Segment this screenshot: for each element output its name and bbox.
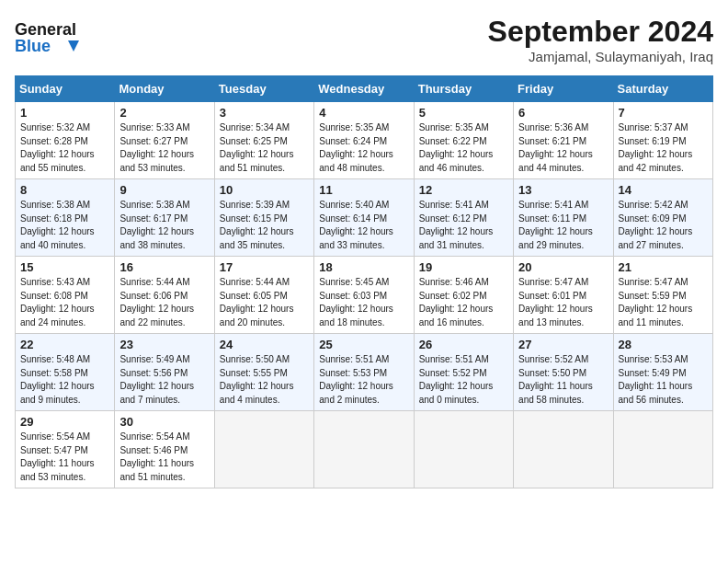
day-number: 16 xyxy=(119,260,209,274)
day-number: 21 xyxy=(619,260,708,274)
day-number: 29 xyxy=(20,415,109,429)
table-row: 23Sunrise: 5:49 AMSunset: 5:56 PMDayligh… xyxy=(115,334,214,411)
day-number: 25 xyxy=(319,338,408,351)
table-row: 27Sunrise: 5:52 AMSunset: 5:50 PMDayligh… xyxy=(514,334,613,411)
calendar-week-row: 15Sunrise: 5:43 AMSunset: 6:08 PMDayligh… xyxy=(16,257,713,334)
day-number: 9 xyxy=(119,183,209,197)
day-number: 7 xyxy=(619,106,708,120)
table-row: 24Sunrise: 5:50 AMSunset: 5:55 PMDayligh… xyxy=(214,334,313,411)
day-info: Sunrise: 5:39 AMSunset: 6:15 PMDaylight:… xyxy=(220,199,309,252)
day-number: 13 xyxy=(518,183,608,197)
day-number: 28 xyxy=(619,338,708,351)
day-number: 1 xyxy=(20,106,109,120)
col-sunday: Sunday xyxy=(16,76,115,102)
col-friday: Friday xyxy=(514,76,613,102)
day-info: Sunrise: 5:53 AMSunset: 5:49 PMDaylight:… xyxy=(619,353,708,407)
table-row: 20Sunrise: 5:47 AMSunset: 6:01 PMDayligh… xyxy=(514,257,613,334)
table-row: 14Sunrise: 5:42 AMSunset: 6:09 PMDayligh… xyxy=(613,179,712,257)
day-number: 23 xyxy=(119,338,209,351)
table-row: 2Sunrise: 5:33 AMSunset: 6:27 PMDaylight… xyxy=(115,102,214,179)
table-row: 1Sunrise: 5:32 AMSunset: 6:28 PMDaylight… xyxy=(16,102,115,179)
table-row: 15Sunrise: 5:43 AMSunset: 6:08 PMDayligh… xyxy=(16,257,115,334)
svg-text:Blue: Blue xyxy=(15,37,51,55)
logo-svg: General Blue xyxy=(15,15,79,61)
day-info: Sunrise: 5:32 AMSunset: 6:28 PMDaylight:… xyxy=(20,121,109,175)
col-thursday: Thursday xyxy=(414,76,513,102)
table-row: 7Sunrise: 5:37 AMSunset: 6:19 PMDaylight… xyxy=(613,102,712,179)
day-info: Sunrise: 5:42 AMSunset: 6:09 PMDaylight:… xyxy=(619,199,708,252)
day-number: 26 xyxy=(419,338,508,351)
header-row: Sunday Monday Tuesday Wednesday Thursday… xyxy=(16,76,713,102)
col-wednesday: Wednesday xyxy=(314,76,414,102)
table-row: 25Sunrise: 5:51 AMSunset: 5:53 PMDayligh… xyxy=(314,334,414,411)
day-info: Sunrise: 5:52 AMSunset: 5:50 PMDaylight:… xyxy=(518,353,608,407)
table-row: 17Sunrise: 5:44 AMSunset: 6:05 PMDayligh… xyxy=(214,257,313,334)
table-row: 6Sunrise: 5:36 AMSunset: 6:21 PMDaylight… xyxy=(514,102,613,179)
day-number: 6 xyxy=(518,106,608,120)
day-info: Sunrise: 5:35 AMSunset: 6:22 PMDaylight:… xyxy=(419,121,508,175)
table-row: 10Sunrise: 5:39 AMSunset: 6:15 PMDayligh… xyxy=(214,179,313,257)
day-number: 14 xyxy=(619,183,708,197)
day-info: Sunrise: 5:49 AMSunset: 5:56 PMDaylight:… xyxy=(119,353,209,407)
day-info: Sunrise: 5:38 AMSunset: 6:18 PMDaylight:… xyxy=(20,199,109,252)
location: Jamjamal, Sulaymaniyah, Iraq xyxy=(488,49,713,64)
table-row: 26Sunrise: 5:51 AMSunset: 5:52 PMDayligh… xyxy=(414,334,513,411)
day-number: 15 xyxy=(20,260,109,274)
day-number: 24 xyxy=(220,338,309,351)
table-row: 19Sunrise: 5:46 AMSunset: 6:02 PMDayligh… xyxy=(414,257,513,334)
day-number: 12 xyxy=(419,183,508,197)
day-number: 4 xyxy=(319,106,408,120)
day-info: Sunrise: 5:44 AMSunset: 6:06 PMDaylight:… xyxy=(119,276,209,329)
day-info: Sunrise: 5:40 AMSunset: 6:14 PMDaylight:… xyxy=(319,199,408,252)
day-info: Sunrise: 5:41 AMSunset: 6:12 PMDaylight:… xyxy=(419,199,508,252)
day-number: 3 xyxy=(220,106,309,120)
day-number: 2 xyxy=(119,106,209,120)
table-row xyxy=(613,411,712,488)
day-info: Sunrise: 5:41 AMSunset: 6:11 PMDaylight:… xyxy=(518,199,608,252)
day-info: Sunrise: 5:34 AMSunset: 6:25 PMDaylight:… xyxy=(220,121,309,175)
day-number: 11 xyxy=(319,183,408,197)
day-number: 17 xyxy=(220,260,309,274)
table-row: 9Sunrise: 5:38 AMSunset: 6:17 PMDaylight… xyxy=(115,179,214,257)
table-row: 5Sunrise: 5:35 AMSunset: 6:22 PMDaylight… xyxy=(414,102,513,179)
table-row: 8Sunrise: 5:38 AMSunset: 6:18 PMDaylight… xyxy=(16,179,115,257)
day-number: 18 xyxy=(319,260,408,274)
page-header: General Blue September 2024 Jamjamal, Su… xyxy=(15,15,713,64)
title-section: September 2024 Jamjamal, Sulaymaniyah, I… xyxy=(488,15,713,64)
calendar-week-row: 29Sunrise: 5:54 AMSunset: 5:47 PMDayligh… xyxy=(16,411,713,488)
month-title: September 2024 xyxy=(488,15,713,49)
table-row: 11Sunrise: 5:40 AMSunset: 6:14 PMDayligh… xyxy=(314,179,414,257)
day-info: Sunrise: 5:54 AMSunset: 5:46 PMDaylight:… xyxy=(119,431,209,484)
day-info: Sunrise: 5:46 AMSunset: 6:02 PMDaylight:… xyxy=(419,276,508,329)
col-monday: Monday xyxy=(115,76,214,102)
col-tuesday: Tuesday xyxy=(214,76,313,102)
day-info: Sunrise: 5:45 AMSunset: 6:03 PMDaylight:… xyxy=(319,276,408,329)
table-row: 18Sunrise: 5:45 AMSunset: 6:03 PMDayligh… xyxy=(314,257,414,334)
day-info: Sunrise: 5:51 AMSunset: 5:53 PMDaylight:… xyxy=(319,353,408,407)
table-row: 21Sunrise: 5:47 AMSunset: 5:59 PMDayligh… xyxy=(613,257,712,334)
day-number: 27 xyxy=(518,338,608,351)
logo: General Blue xyxy=(15,15,79,61)
day-info: Sunrise: 5:43 AMSunset: 6:08 PMDaylight:… xyxy=(20,276,109,329)
table-row: 16Sunrise: 5:44 AMSunset: 6:06 PMDayligh… xyxy=(115,257,214,334)
table-row: 12Sunrise: 5:41 AMSunset: 6:12 PMDayligh… xyxy=(414,179,513,257)
day-info: Sunrise: 5:33 AMSunset: 6:27 PMDaylight:… xyxy=(119,121,209,175)
day-number: 19 xyxy=(419,260,508,274)
day-info: Sunrise: 5:38 AMSunset: 6:17 PMDaylight:… xyxy=(119,199,209,252)
day-info: Sunrise: 5:51 AMSunset: 5:52 PMDaylight:… xyxy=(419,353,508,407)
table-row: 29Sunrise: 5:54 AMSunset: 5:47 PMDayligh… xyxy=(16,411,115,488)
table-row: 3Sunrise: 5:34 AMSunset: 6:25 PMDaylight… xyxy=(214,102,313,179)
table-row xyxy=(414,411,513,488)
table-row xyxy=(214,411,313,488)
day-info: Sunrise: 5:54 AMSunset: 5:47 PMDaylight:… xyxy=(20,431,109,484)
svg-text:General: General xyxy=(15,20,76,39)
day-info: Sunrise: 5:47 AMSunset: 5:59 PMDaylight:… xyxy=(619,276,708,329)
day-info: Sunrise: 5:35 AMSunset: 6:24 PMDaylight:… xyxy=(319,121,408,175)
table-row xyxy=(514,411,613,488)
day-number: 22 xyxy=(20,338,109,351)
day-info: Sunrise: 5:36 AMSunset: 6:21 PMDaylight:… xyxy=(518,121,608,175)
table-row: 4Sunrise: 5:35 AMSunset: 6:24 PMDaylight… xyxy=(314,102,414,179)
day-number: 5 xyxy=(419,106,508,120)
table-row: 22Sunrise: 5:48 AMSunset: 5:58 PMDayligh… xyxy=(16,334,115,411)
calendar-week-row: 1Sunrise: 5:32 AMSunset: 6:28 PMDaylight… xyxy=(16,102,713,179)
